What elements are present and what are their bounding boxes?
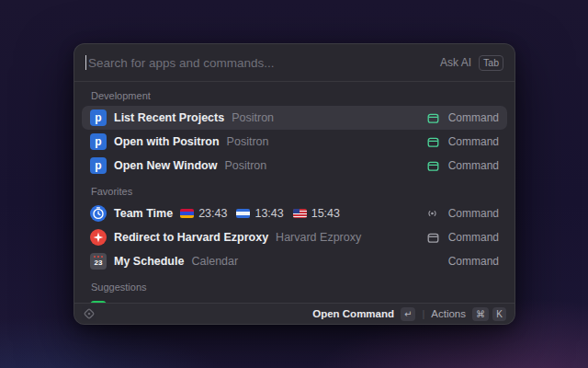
raycast-logo-icon	[83, 307, 96, 320]
window-green-icon	[427, 112, 439, 124]
item-subtitle: Positron	[232, 111, 274, 124]
usa-flag-icon	[293, 209, 307, 218]
item-type-label: Command	[448, 135, 499, 148]
el_salvador-flag-icon	[236, 209, 250, 218]
item-subtitle: Harvard Ezproxy	[276, 231, 361, 244]
item-title: Open with Positron	[114, 135, 220, 148]
armenia-flag-icon	[180, 209, 194, 218]
time-value: 15:43	[311, 207, 340, 220]
calendar-icon: 23	[90, 253, 107, 270]
return-keycap: ↵	[401, 307, 415, 321]
item-title: Team Time	[114, 207, 173, 220]
item-type-label: Command	[448, 159, 499, 172]
item-subtitle: Calendar	[191, 255, 238, 268]
actions-shortcut: ⌘K	[472, 307, 506, 321]
positron-icon: p	[90, 109, 107, 126]
section-header-favorites: Favorites	[74, 178, 514, 201]
item-subtitle: Positron	[227, 135, 269, 148]
footer-bar: Open Command ↵ | Actions ⌘K	[74, 303, 514, 324]
command-keycap: ⌘	[472, 307, 489, 321]
section-header-suggestions: Suggestions	[74, 273, 514, 297]
text-cursor	[85, 55, 86, 70]
actions-button[interactable]: Actions	[431, 308, 466, 319]
item-type-label: Command	[448, 255, 499, 268]
tab-keycap: Tab	[479, 55, 503, 71]
window-green-icon	[427, 160, 439, 172]
list-item[interactable]: pOpen New WindowPositronCommand	[82, 154, 507, 178]
item-title: Open New Window	[114, 159, 217, 172]
list-item[interactable]: 23My ScheduleCalendarCommand	[82, 249, 507, 273]
list-item[interactable]: Redirect to Harvard EzproxyHarvard Ezpro…	[82, 225, 507, 249]
section-header-development: Development	[74, 82, 514, 106]
item-type-label: Command	[448, 231, 499, 244]
launcher-window: Search for apps and commands... Ask AI T…	[74, 43, 515, 325]
positron-icon: p	[90, 157, 107, 174]
footer-divider: |	[422, 308, 424, 319]
broadcast-icon	[425, 208, 439, 219]
search-input[interactable]: Search for apps and commands...	[88, 56, 440, 70]
window-gray-icon	[427, 232, 439, 244]
clock-icon	[90, 205, 107, 222]
list-item[interactable]: pList Recent ProjectsPositronCommand	[82, 106, 507, 130]
team-times: 23:4313:4315:43	[180, 207, 345, 220]
time-value: 23:43	[198, 207, 227, 220]
item-type-label: Command	[448, 207, 499, 220]
list-item[interactable]: pOpen with PositronPositronCommand	[82, 130, 507, 154]
item-subtitle: Positron	[224, 159, 266, 172]
search-bar: Search for apps and commands... Ask AI T…	[74, 44, 514, 82]
item-title: Redirect to Harvard Ezproxy	[114, 231, 268, 244]
time-value: 13:43	[254, 207, 283, 220]
positron-icon: p	[90, 133, 107, 150]
open-command-button[interactable]: Open Command	[312, 308, 394, 319]
item-title: My Schedule	[114, 255, 184, 268]
item-title: List Recent Projects	[114, 111, 224, 124]
item-type-label: Command	[448, 111, 499, 124]
harvard-icon	[90, 229, 107, 246]
key-k-keycap: K	[492, 307, 506, 321]
list-item[interactable]: Team Time23:4313:4315:43Command	[82, 201, 507, 225]
ask-ai-label[interactable]: Ask AI	[440, 56, 471, 69]
results-list: DevelopmentpList Recent ProjectsPositron…	[74, 82, 514, 303]
window-green-icon	[427, 136, 439, 148]
